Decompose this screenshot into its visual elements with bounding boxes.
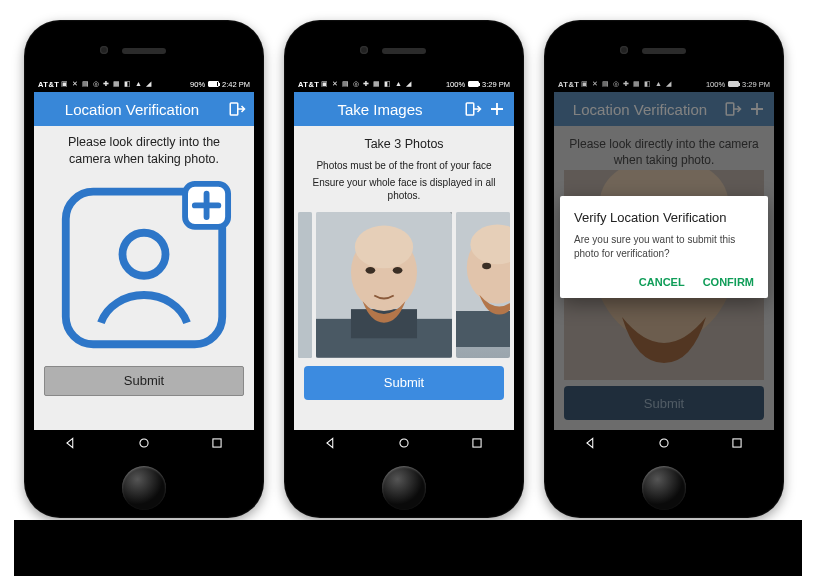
clock: 2:42 PM [222, 80, 250, 89]
footer-strip [14, 520, 802, 576]
content-area: Take 3 Photos Photos must be of the fron… [294, 126, 514, 430]
svg-point-2 [122, 233, 165, 276]
svg-rect-21 [473, 439, 481, 447]
home-icon[interactable] [657, 436, 671, 454]
page-title: Location Verification [42, 101, 222, 118]
photo-strip: x [294, 206, 514, 358]
svg-rect-16 [456, 311, 510, 347]
carrier-label: AT&T [558, 80, 579, 89]
battery-percent: 90% [190, 80, 205, 89]
recents-icon[interactable] [470, 436, 484, 454]
dialog-body: Are you sure you want to submit this pho… [574, 233, 754, 260]
svg-point-13 [366, 267, 376, 274]
photo-thumb-main[interactable]: x [316, 212, 452, 358]
photo-thumb-next[interactable] [456, 212, 510, 358]
svg-rect-29 [733, 439, 741, 447]
android-navbar [34, 430, 254, 460]
svg-rect-10 [351, 309, 417, 338]
logout-icon[interactable] [464, 100, 482, 118]
carrier-label: AT&T [38, 80, 59, 89]
svg-rect-6 [466, 103, 474, 115]
back-icon[interactable] [324, 436, 338, 454]
clock: 3:29 PM [742, 80, 770, 89]
battery-icon [468, 81, 479, 87]
battery-percent: 100% [446, 80, 465, 89]
svg-point-12 [355, 225, 413, 268]
svg-rect-7 [298, 212, 312, 358]
battery-icon [208, 81, 219, 87]
status-bar: AT&T ▣ ✕ ▤ ◎ ✚ ▦ ◧ ▲ ◢ 90% 2:42 PM [34, 76, 254, 92]
heading: Take 3 Photos [294, 126, 514, 157]
phone-mock-3: AT&T ▣ ✕ ▤ ◎ ✚ ▦ ◧ ▲ ◢ 100% 3:29 PM Loca… [544, 20, 784, 518]
instruction-text: Please look directly into the camera whe… [34, 126, 254, 172]
confirm-button[interactable]: CONFIRM [703, 276, 754, 288]
svg-point-4 [140, 439, 148, 447]
submit-button[interactable]: Submit [44, 366, 244, 396]
logout-icon[interactable] [228, 100, 246, 118]
android-navbar [294, 430, 514, 460]
status-bar: AT&T ▣ ✕ ▤ ◎ ✚ ▦ ◧ ▲ ◢ 100% 3:29 PM [554, 76, 774, 92]
status-icons: ▣ ✕ ▤ ◎ ✚ ▦ ◧ ▲ ◢ [61, 80, 152, 88]
app-header: Take Images [294, 92, 514, 126]
battery-percent: 100% [706, 80, 725, 89]
phone-mock-1: AT&T ▣ ✕ ▤ ◎ ✚ ▦ ◧ ▲ ◢ 90% 2:42 PM Locat… [24, 20, 264, 518]
recents-icon[interactable] [210, 436, 224, 454]
app-header: Location Verification [34, 92, 254, 126]
svg-point-20 [400, 439, 408, 447]
add-photo-placeholder[interactable] [56, 178, 232, 354]
svg-point-14 [393, 267, 403, 274]
carrier-label: AT&T [298, 80, 319, 89]
svg-rect-5 [213, 439, 221, 447]
status-bar: AT&T ▣ ✕ ▤ ◎ ✚ ▦ ◧ ▲ ◢ 100% 3:29 PM [294, 76, 514, 92]
content-area: Please look directly into the camera whe… [34, 126, 254, 430]
home-icon[interactable] [397, 436, 411, 454]
photo-thumb-prev[interactable] [298, 212, 312, 358]
instruction-line-1: Photos must be of the front of your face [294, 157, 514, 174]
status-icons: ▣ ✕ ▤ ◎ ✚ ▦ ◧ ▲ ◢ [581, 80, 672, 88]
phone-mock-2: AT&T ▣ ✕ ▤ ◎ ✚ ▦ ◧ ▲ ◢ 100% 3:29 PM Take… [284, 20, 524, 518]
confirm-dialog: Verify Location Verification Are you sur… [560, 196, 768, 298]
instruction-line-2: Ensure your whole face is displayed in a… [294, 174, 514, 206]
home-icon[interactable] [137, 436, 151, 454]
status-icons: ▣ ✕ ▤ ◎ ✚ ▦ ◧ ▲ ◢ [321, 80, 412, 88]
submit-button[interactable]: Submit [304, 366, 504, 400]
clock: 3:29 PM [482, 80, 510, 89]
page-title: Take Images [302, 101, 458, 118]
svg-point-19 [482, 263, 491, 269]
battery-icon [728, 81, 739, 87]
plus-icon[interactable] [488, 100, 506, 118]
android-navbar [554, 430, 774, 460]
dialog-title: Verify Location Verification [574, 210, 754, 225]
svg-rect-0 [230, 103, 238, 115]
cancel-button[interactable]: CANCEL [639, 276, 685, 288]
svg-point-28 [660, 439, 668, 447]
back-icon[interactable] [64, 436, 78, 454]
recents-icon[interactable] [730, 436, 744, 454]
back-icon[interactable] [584, 436, 598, 454]
